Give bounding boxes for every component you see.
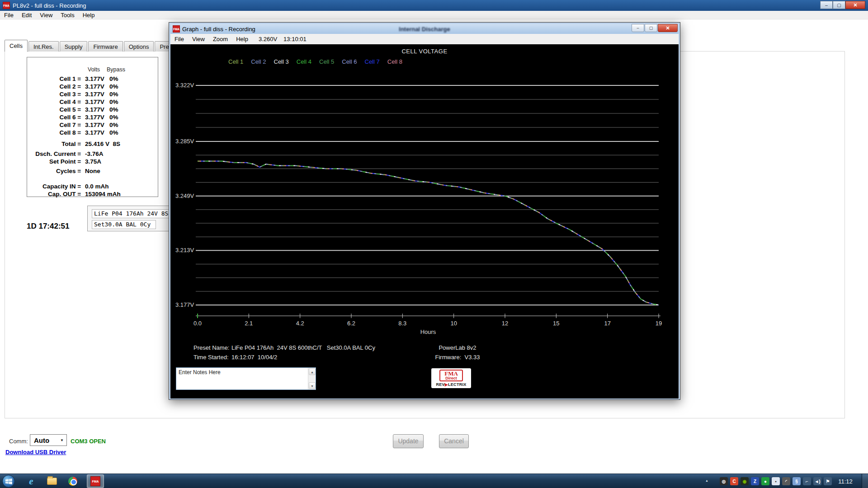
chart-legend: Cell 1Cell 2Cell 3Cell 4Cell 5Cell 6Cell… bbox=[228, 58, 402, 65]
revolectrix-arrow-icon: ▶ bbox=[445, 382, 448, 387]
cell-row: Cell 6 = 3.177V0% bbox=[27, 114, 158, 122]
download-usb-driver-link[interactable]: Download USB Driver bbox=[5, 449, 66, 455]
java-icon[interactable]: § bbox=[793, 477, 801, 485]
graph-titlebar[interactable]: FMA Graph - full diss - Recording Intern… bbox=[170, 24, 679, 34]
pack-voltage-status: 3.260V bbox=[259, 36, 277, 42]
taskbar-pl8v2-active[interactable]: FMA bbox=[87, 474, 104, 488]
trace-cell4 bbox=[198, 161, 659, 305]
ccleaner-icon[interactable]: C bbox=[730, 477, 738, 485]
chart-title: CELL VOLTAGE bbox=[170, 48, 679, 55]
svg-text:3.285V: 3.285V bbox=[175, 138, 194, 145]
main-menu-edit[interactable]: Edit bbox=[18, 12, 36, 19]
steelseries-icon[interactable]: ◎ bbox=[720, 477, 728, 485]
svg-text:19: 19 bbox=[656, 320, 662, 327]
graph-title-watermark: Internal Discharge bbox=[170, 26, 679, 33]
legend-cell3: Cell 3 bbox=[274, 58, 289, 65]
svg-text:3.322V: 3.322V bbox=[175, 82, 194, 89]
tab-intres[interactable]: Int.Res. bbox=[28, 41, 59, 52]
show-desktop-button[interactable] bbox=[862, 474, 868, 488]
cell-row: Cell 8 = 3.177V0% bbox=[27, 129, 158, 137]
cancel-button[interactable]: Cancel bbox=[439, 434, 469, 448]
svg-text:6.2: 6.2 bbox=[347, 320, 355, 327]
main-menu-tools[interactable]: Tools bbox=[57, 12, 78, 19]
capacity-in-row: Capacity IN = 0.0 mAh bbox=[27, 183, 158, 191]
preset-name-label: Preset Name: bbox=[193, 344, 229, 351]
close-icon[interactable]: ✕ bbox=[845, 1, 865, 9]
svg-text:17: 17 bbox=[604, 320, 610, 327]
elapsed-time: 1D 17:42:51 bbox=[27, 222, 70, 231]
time-started-value: 16:12:07 10/04/2 bbox=[231, 354, 277, 361]
graph-menu-view[interactable]: View bbox=[188, 36, 209, 42]
cycles-row: Cycles = None bbox=[27, 168, 158, 175]
taskbar: e FMA ▲ ◎C◉Z●▪◜§⌐◄)⚑ 11:12 bbox=[0, 474, 868, 488]
trace-cell3 bbox=[198, 161, 659, 305]
svg-text:3.213V: 3.213V bbox=[175, 247, 194, 253]
close-icon[interactable]: ✕ bbox=[658, 24, 678, 32]
graph-menu-help[interactable]: Help bbox=[232, 36, 252, 42]
tab-cells[interactable]: Cells bbox=[5, 40, 28, 52]
legend-cell1: Cell 1 bbox=[228, 58, 243, 65]
volts-header: Volts bbox=[88, 66, 100, 73]
main-window-title: PL8v2 - full diss - Recording bbox=[13, 2, 86, 9]
network-icon[interactable]: ⌐ bbox=[803, 477, 811, 485]
svg-text:4.2: 4.2 bbox=[296, 320, 304, 327]
taskbar-clock[interactable]: 11:12 bbox=[835, 474, 856, 488]
taskbar-chrome[interactable] bbox=[64, 474, 81, 488]
svg-text:3.249V: 3.249V bbox=[175, 192, 194, 199]
update-button[interactable]: Update bbox=[393, 434, 424, 448]
svg-text:8.3: 8.3 bbox=[398, 320, 406, 327]
notes-input[interactable]: Enter Notes Here ▲ ▼ bbox=[176, 367, 316, 390]
clock-status: 13:10:01 bbox=[283, 36, 307, 42]
main-menu-help[interactable]: Help bbox=[79, 12, 99, 19]
volume-icon[interactable]: ◄) bbox=[813, 477, 821, 485]
trace-cell8 bbox=[198, 161, 659, 305]
notes-scrollbar[interactable]: ▲ ▼ bbox=[308, 368, 316, 389]
avg-icon[interactable]: ● bbox=[761, 477, 769, 485]
cell-row: Cell 2 = 3.177V0% bbox=[27, 83, 158, 91]
comm-selected-value: Auto bbox=[34, 436, 49, 444]
maximize-icon[interactable]: ▢ bbox=[833, 1, 845, 9]
main-menu-view[interactable]: View bbox=[36, 12, 57, 19]
nvidia-icon[interactable]: ◉ bbox=[741, 477, 749, 485]
set-point-row: Set Point = 3.75A bbox=[27, 158, 158, 166]
capacity-out-row: Cap. OUT = 153094 mAh bbox=[27, 191, 158, 198]
minimize-icon[interactable]: – bbox=[632, 24, 644, 32]
bypass-header: Bypass bbox=[107, 66, 125, 73]
fma-direct-revolectrix-logo: FMA Direct REV▶LECTRIX bbox=[431, 368, 471, 388]
taskbar-internet-explorer[interactable]: e bbox=[23, 474, 40, 488]
zonealarm-icon[interactable]: Z bbox=[751, 477, 759, 485]
graph-window-controls: – ▢ ✕ bbox=[632, 24, 678, 32]
show-hidden-icons-chevron[interactable]: ▲ bbox=[705, 479, 708, 482]
graph-menu-file[interactable]: File bbox=[170, 36, 188, 42]
tab-supply[interactable]: Supply bbox=[60, 41, 88, 52]
main-window-controls: – ▢ ✕ bbox=[820, 1, 865, 9]
security-lock-icon[interactable]: ▪ bbox=[772, 477, 780, 485]
preset-settings-field[interactable]: Set30.0A BAL 0Cy bbox=[92, 220, 156, 229]
taskbar-windows-explorer[interactable] bbox=[43, 474, 61, 488]
time-started-label: Time Started: bbox=[193, 354, 229, 361]
graph-menu-zoom[interactable]: Zoom bbox=[209, 36, 232, 42]
tab-options[interactable]: Options bbox=[124, 41, 154, 52]
minimize-icon[interactable]: – bbox=[820, 1, 833, 9]
device-name: PowerLab 8v2 bbox=[428, 344, 487, 351]
trace-cell7 bbox=[198, 161, 659, 305]
legend-cell7: Cell 7 bbox=[365, 58, 380, 65]
internet-explorer-icon: e bbox=[29, 476, 33, 487]
system-tray: ◎C◉Z●▪◜§⌐◄)⚑ bbox=[720, 477, 832, 485]
comm-port-select[interactable]: Auto ▼ bbox=[30, 434, 67, 446]
maximize-icon[interactable]: ▢ bbox=[645, 24, 657, 32]
chrome-icon bbox=[68, 477, 77, 486]
satellite-icon[interactable]: ◜ bbox=[782, 477, 790, 485]
tab-firmware[interactable]: Firmware bbox=[88, 41, 123, 52]
svg-text:15: 15 bbox=[553, 320, 559, 327]
legend-cell8: Cell 8 bbox=[387, 58, 402, 65]
action-center-flag-icon[interactable]: ⚑ bbox=[824, 477, 832, 485]
scroll-up-icon[interactable]: ▲ bbox=[309, 368, 316, 375]
fma-direct-badge: FMA Direct bbox=[439, 370, 463, 381]
fma-app-icon: FMA bbox=[90, 476, 100, 486]
start-button[interactable] bbox=[2, 475, 15, 488]
scroll-down-icon[interactable]: ▼ bbox=[309, 382, 316, 389]
main-menu-file[interactable]: File bbox=[0, 12, 18, 19]
trace-cell5 bbox=[198, 161, 659, 305]
svg-text:10: 10 bbox=[450, 320, 457, 327]
